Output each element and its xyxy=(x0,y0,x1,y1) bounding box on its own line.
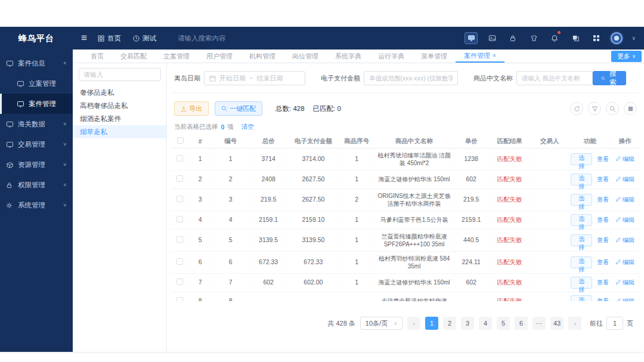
bell-icon[interactable] xyxy=(548,32,561,44)
select-button[interactable]: 选择 xyxy=(571,234,592,246)
sidebar-item-权限管理[interactable]: 权限管理 ∨ xyxy=(0,175,73,195)
tab-岗位管理[interactable]: 岗位管理 xyxy=(284,49,327,63)
edit-link[interactable]: 编辑 xyxy=(615,196,634,203)
tab-系统字典[interactable]: 系统字典 xyxy=(327,49,370,63)
select-button[interactable]: 选择 xyxy=(571,295,592,302)
row-checkbox[interactable] xyxy=(177,216,183,222)
product-name-input[interactable] xyxy=(516,71,593,85)
tab-首页[interactable]: 首页 xyxy=(82,49,112,63)
view-link[interactable]: 查看 xyxy=(597,175,609,183)
table-row: 6 6 672.33 672.33 1 植村秀羽纱特润粉底液 584 35ml … xyxy=(172,251,639,273)
column-settings-icon[interactable] xyxy=(624,102,637,115)
copy-icon[interactable] xyxy=(569,32,582,44)
page-size-select[interactable]: 10条/页 ∨ xyxy=(360,317,402,330)
tab-菜单管理[interactable]: 菜单管理 xyxy=(413,49,456,63)
case-category-高档奢侈品走私[interactable]: 高档奢侈品走私 xyxy=(73,99,166,112)
edit-link[interactable]: 编辑 xyxy=(615,237,634,243)
monitor-icon[interactable] xyxy=(465,32,478,44)
row-checkbox[interactable] xyxy=(177,175,183,182)
tab-用户管理[interactable]: 用户管理 xyxy=(198,49,241,63)
row-checkbox[interactable] xyxy=(177,258,183,265)
selection-count: 0 xyxy=(221,123,225,131)
clear-selection-link[interactable]: 清空 xyxy=(242,123,254,131)
avatar[interactable] xyxy=(611,32,623,44)
page-button-3[interactable]: 3 xyxy=(461,317,474,330)
sidebar-item-立案管理[interactable]: 立案管理 xyxy=(0,73,73,94)
sidebar-item-交易管理[interactable]: 交易管理 ∨ xyxy=(0,134,73,154)
lock-icon[interactable] xyxy=(506,32,519,44)
topnav-test[interactable]: 测试 xyxy=(133,34,156,43)
row-checkbox[interactable] xyxy=(177,155,183,162)
date-range-picker[interactable]: 开始日期 ~ 结束日期 xyxy=(204,71,305,85)
tab-机构管理[interactable]: 机构管理 xyxy=(241,49,284,63)
theme-icon[interactable] xyxy=(527,32,540,44)
hamburger-icon[interactable]: ≡ xyxy=(81,32,87,44)
edit-link[interactable]: 编辑 xyxy=(615,156,634,162)
sidebar-item-系统管理[interactable]: 系统管理 ∨ xyxy=(0,195,73,215)
select-all-checkbox[interactable] xyxy=(177,137,184,144)
prev-page-button[interactable]: ‹ xyxy=(407,317,420,330)
screenshot-icon[interactable] xyxy=(485,32,499,44)
amount-input[interactable] xyxy=(364,71,458,85)
next-page-button[interactable]: › xyxy=(568,317,581,330)
match-button-label: 一键匹配 xyxy=(230,104,256,113)
tab-运行字典[interactable]: 运行字典 xyxy=(370,49,413,63)
sidebar-item-资源管理[interactable]: 资源管理 ∨ xyxy=(0,154,73,175)
edit-link[interactable]: 编辑 xyxy=(615,259,634,265)
export-button[interactable]: 导出 xyxy=(174,101,209,116)
select-button[interactable]: 选择 xyxy=(571,153,592,165)
filter-icon[interactable] xyxy=(588,102,601,115)
row-checkbox[interactable] xyxy=(177,279,183,285)
row-checkbox[interactable] xyxy=(177,297,183,302)
chevron-down-icon[interactable]: ∨ xyxy=(631,35,636,41)
view-link[interactable]: 查看 xyxy=(597,258,609,266)
select-button[interactable]: 选择 xyxy=(571,194,592,206)
sidebar-item-案件信息[interactable]: 案件信息 ∧ xyxy=(0,53,73,73)
tab-label: 案件管理 xyxy=(464,51,490,60)
sidebar-item-海关数据[interactable]: 海关数据 ∨ xyxy=(0,114,73,134)
case-category-烟草走私[interactable]: 烟草走私 xyxy=(73,125,166,138)
page-button-4[interactable]: 4 xyxy=(479,317,492,330)
row-checkbox[interactable] xyxy=(177,236,183,243)
view-link[interactable]: 查看 xyxy=(597,236,609,244)
tab-案件管理[interactable]: 案件管理× xyxy=(456,49,504,63)
page-button-1[interactable]: 1 xyxy=(425,317,438,330)
view-link[interactable]: 查看 xyxy=(597,216,609,224)
topnav-home[interactable]: 首页 xyxy=(98,34,121,43)
tab-立案管理[interactable]: 立案管理 xyxy=(155,49,198,63)
edit-link[interactable]: 编辑 xyxy=(615,216,634,223)
close-icon[interactable]: × xyxy=(493,52,496,59)
more-tabs-button[interactable]: 更多 ∨ xyxy=(611,51,642,62)
page-button-6[interactable]: 6 xyxy=(515,317,528,330)
case-category-烟酒走私案件[interactable]: 烟酒走私案件 xyxy=(73,112,166,125)
cell-trader xyxy=(531,170,569,188)
zoom-icon[interactable] xyxy=(606,102,619,115)
case-category-奢侈品走私[interactable]: 奢侈品走私 xyxy=(73,86,166,99)
edit-link[interactable]: 编辑 xyxy=(615,176,634,182)
view-link[interactable]: 查看 xyxy=(597,196,609,203)
select-button[interactable]: 选择 xyxy=(571,256,592,268)
select-button[interactable]: 选择 xyxy=(571,277,592,289)
view-link[interactable]: 查看 xyxy=(597,155,609,163)
edit-link[interactable]: 编辑 xyxy=(615,279,634,286)
page-button-2[interactable]: 2 xyxy=(443,317,456,330)
cell-index: 5 xyxy=(188,229,212,251)
select-button[interactable]: 选择 xyxy=(571,214,592,226)
one-click-match-button[interactable]: 一键匹配 xyxy=(215,101,262,116)
sidebar-item-案件管理[interactable]: 案件管理 xyxy=(0,94,73,114)
tab-交易匹配[interactable]: 交易匹配 xyxy=(112,49,155,63)
search-button-label: 搜索 xyxy=(608,69,617,87)
search-button[interactable]: 搜索 xyxy=(593,71,626,85)
case-search-input[interactable] xyxy=(79,68,161,81)
page-button-43[interactable]: 43 xyxy=(550,317,564,330)
goto-page-input[interactable] xyxy=(606,317,623,330)
view-link[interactable]: 查看 xyxy=(597,279,609,286)
page-button-5[interactable]: 5 xyxy=(497,317,510,330)
select-button[interactable]: 选择 xyxy=(571,174,592,185)
cell-unit-price: 440.5 xyxy=(454,229,488,251)
view-link[interactable]: 查看 xyxy=(597,297,609,301)
apps-icon[interactable] xyxy=(590,32,603,44)
row-checkbox[interactable] xyxy=(177,196,183,202)
refresh-icon[interactable] xyxy=(570,102,583,115)
global-search-input[interactable]: 请输入搜索内容 xyxy=(178,34,226,43)
